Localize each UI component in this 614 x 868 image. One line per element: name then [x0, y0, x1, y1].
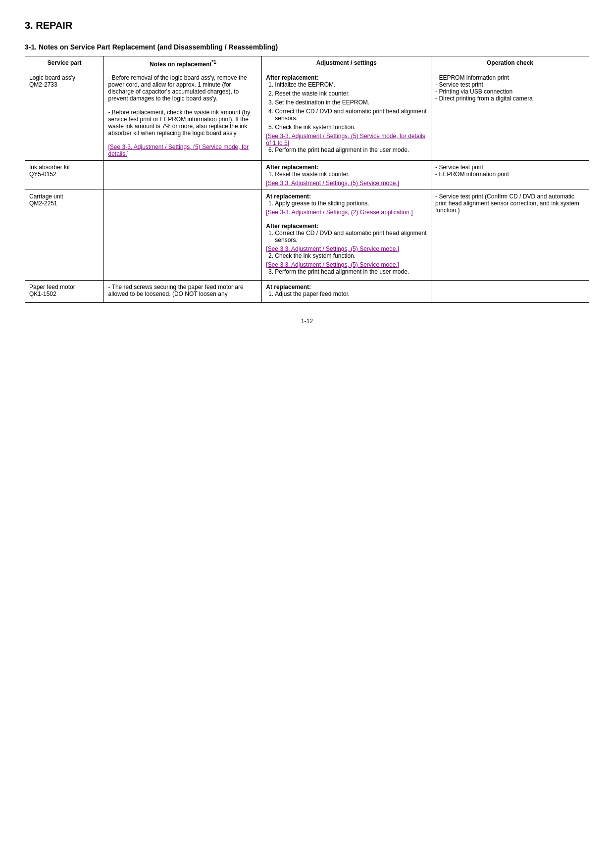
operation-cell: EEPROM information print Service test pr… [431, 71, 589, 161]
service-part-cell: Paper feed motorQK1-1502 [25, 281, 104, 303]
service-table: Service part Notes on replacement*1 Adju… [25, 56, 589, 303]
col-header-notes: Notes on replacement*1 [104, 56, 262, 71]
notes-cell [104, 161, 262, 190]
col-header-adjustment: Adjustment / settings [262, 56, 431, 71]
operation-cell: Service test print (Confirm CD / DVD and… [431, 190, 589, 281]
service-part-cell: Ink absorber kitQY5-0152 [25, 161, 104, 190]
notes-cell: Before removal of the logic board ass'y,… [104, 71, 262, 161]
notes-link-1[interactable]: [See 3-3. Adjustment / Settings, (5) Ser… [108, 144, 248, 157]
adjustment-cell: After replacement: Initialize the EEPROM… [262, 71, 431, 161]
col-header-service-part: Service part [25, 56, 104, 71]
adjustment-link-5[interactable]: [See 3.3. Adjustment / Settings, (5) Ser… [266, 261, 399, 268]
service-part-cell: Carriage unitQM2-2251 [25, 190, 104, 281]
subsection-title: 3-1. Notes on Service Part Replacement (… [25, 43, 589, 51]
notes-cell [104, 190, 262, 281]
table-row: Paper feed motorQK1-1502 The red screws … [25, 281, 589, 303]
notes-cell: The red screws securing the paper feed m… [104, 281, 262, 303]
table-row: Logic board ass'yQM2-2733 Before removal… [25, 71, 589, 161]
table-row: Ink absorber kitQY5-0152 After replaceme… [25, 161, 589, 190]
operation-cell: Service test print EEPROM information pr… [431, 161, 589, 190]
table-row: Carriage unitQM2-2251 At replacement: Ap… [25, 190, 589, 281]
operation-cell [431, 281, 589, 303]
adjustment-link-1[interactable]: [See 3-3. Adjustment / Settings, (5) Ser… [266, 133, 425, 146]
adjustment-cell: After replacement: Reset the waste ink c… [262, 161, 431, 190]
col-header-operation: Operation check [431, 56, 589, 71]
service-part-cell: Logic board ass'yQM2-2733 [25, 71, 104, 161]
adjustment-cell: At replacement: Adjust the paper feed mo… [262, 281, 431, 303]
adjustment-link-2[interactable]: [See 3.3. Adjustment / Settings, (5) Ser… [266, 180, 399, 187]
adjustment-cell: At replacement: Apply grease to the slid… [262, 190, 431, 281]
section-title: 3. REPAIR [25, 20, 589, 31]
page-number: 1-12 [25, 318, 589, 325]
adjustment-link-3[interactable]: [See 3-3. Adjustment / Settings, (2) Gre… [266, 209, 412, 216]
adjustment-link-4[interactable]: [See 3.3. Adjustment / Settings, (5) Ser… [266, 245, 399, 252]
